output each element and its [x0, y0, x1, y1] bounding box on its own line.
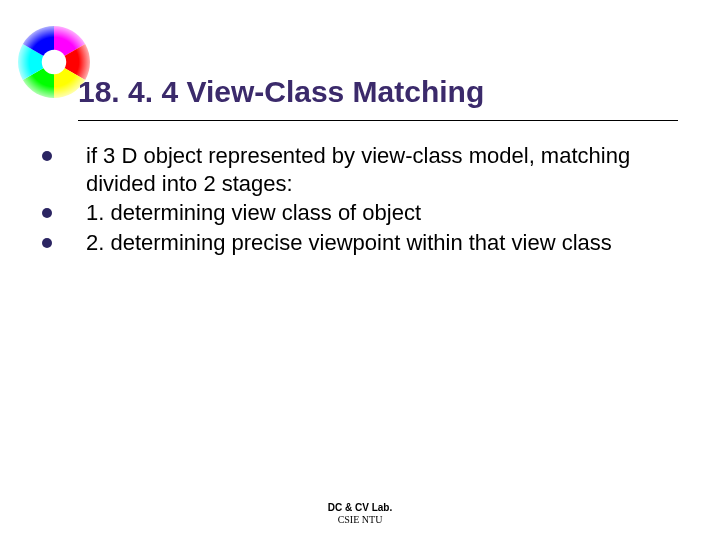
bullet-list: if 3 D object represented by view-class …	[38, 142, 678, 258]
bullet-text: 1. determining view class of object	[86, 199, 678, 227]
list-item: if 3 D object represented by view-class …	[38, 142, 678, 197]
bullet-icon	[42, 208, 52, 218]
footer-line-2: CSIE NTU	[0, 514, 720, 526]
bullet-text: if 3 D object represented by view-class …	[86, 142, 678, 197]
list-item: 1. determining view class of object	[38, 199, 678, 227]
list-item: 2. determining precise viewpoint within …	[38, 229, 678, 257]
title-rule	[78, 120, 678, 121]
bullet-text: 2. determining precise viewpoint within …	[86, 229, 678, 257]
slide-title: 18. 4. 4 View-Class Matching	[78, 75, 484, 109]
bullet-icon	[42, 151, 52, 161]
footer: DC & CV Lab. CSIE NTU	[0, 502, 720, 526]
footer-line-1: DC & CV Lab.	[0, 502, 720, 514]
bullet-icon	[42, 238, 52, 248]
